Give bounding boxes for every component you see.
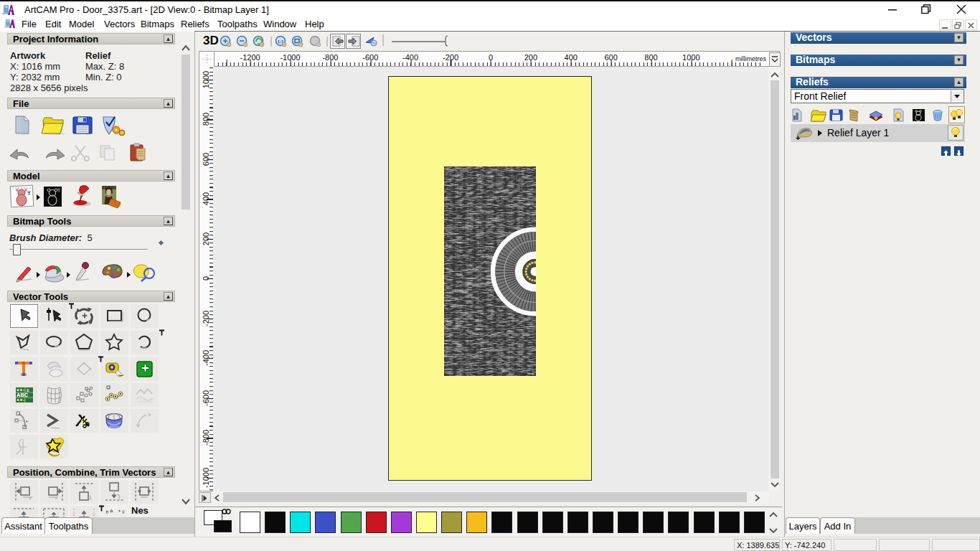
svg-text:e a: e a [105,508,113,514]
svg-text:+: + [796,133,800,141]
svg-text:T: T [27,190,31,197]
svg-text:+ c: + c [118,508,126,514]
svg-text:ABC: ABC [17,392,29,398]
svg-text:E: E [27,388,29,392]
svg-text:T: T [57,188,61,193]
